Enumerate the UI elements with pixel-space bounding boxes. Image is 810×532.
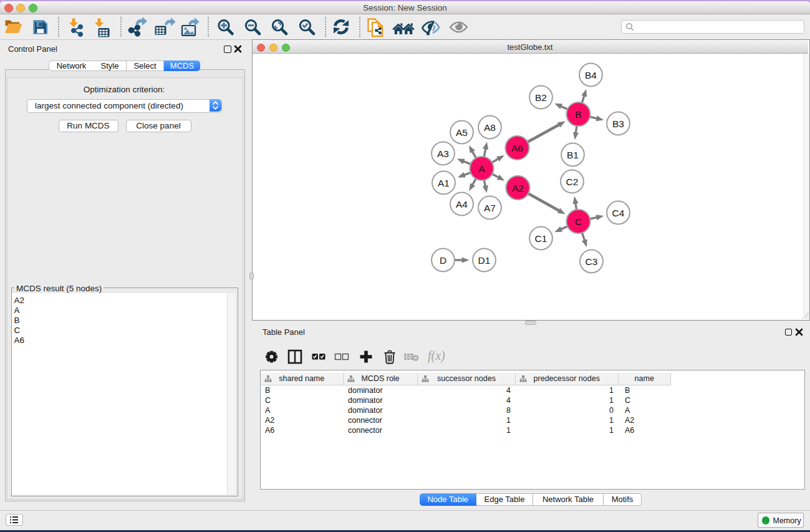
svg-text:C3: C3 <box>585 256 597 267</box>
svg-text:A1: A1 <box>438 178 450 188</box>
svg-text:C: C <box>574 216 581 227</box>
svg-text:D: D <box>439 255 446 266</box>
svg-text:A: A <box>478 163 485 174</box>
svg-text:A4: A4 <box>456 199 468 210</box>
svg-text:A2: A2 <box>512 183 524 193</box>
svg-text:C4: C4 <box>612 208 624 218</box>
svg-text:B3: B3 <box>612 118 624 129</box>
svg-text:B1: B1 <box>567 150 579 160</box>
svg-text:C2: C2 <box>566 177 578 187</box>
svg-text:A6: A6 <box>511 143 523 153</box>
svg-text:A7: A7 <box>484 203 496 213</box>
svg-text:C1: C1 <box>534 233 547 244</box>
svg-text:B: B <box>575 109 581 120</box>
svg-text:D1: D1 <box>478 255 490 266</box>
svg-text:A8: A8 <box>484 122 496 133</box>
svg-text:B4: B4 <box>585 70 597 80</box>
svg-text:A3: A3 <box>437 148 449 159</box>
svg-text:A5: A5 <box>456 127 468 138</box>
svg-text:B2: B2 <box>535 92 547 103</box>
